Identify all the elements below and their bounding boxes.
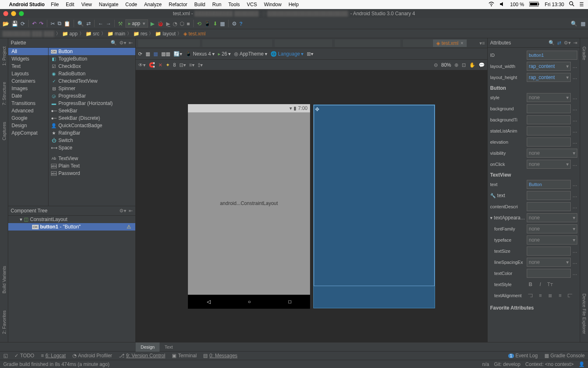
more-icon[interactable]: … [572, 193, 577, 198]
align-right-button[interactable]: ≡ [556, 293, 564, 298]
allcaps-button[interactable]: Tᴛ [546, 282, 554, 287]
tool-vcs[interactable]: ⎇ 9: Version Control [119, 353, 165, 359]
bold-button[interactable]: B [527, 282, 534, 287]
phone-content[interactable]: android...ConstraintLayout [188, 112, 310, 295]
menu-vcs[interactable]: VCS [247, 2, 257, 7]
device-select[interactable]: 📱Nexus 4▾ [185, 51, 215, 57]
account-icon[interactable]: ▦ [581, 21, 586, 27]
crumb-res[interactable]: 📁res [133, 31, 148, 37]
guidelines-icon[interactable]: ‡▾ [198, 62, 203, 68]
input-textsize[interactable] [527, 247, 571, 256]
run-config-dropdown[interactable]: ▸app▾ [125, 19, 148, 28]
align-end-button[interactable]: ⫍ [566, 293, 574, 298]
cat-containers[interactable]: Containers [8, 77, 48, 85]
crumb-layout[interactable]: 📁layout [155, 31, 176, 37]
replace-icon[interactable]: ⇄ [86, 21, 91, 27]
cut-icon[interactable]: ✂ [51, 21, 55, 27]
eye-icon[interactable]: 👁▾ [138, 62, 146, 68]
editor-tab-hidden[interactable] [335, 40, 400, 47]
menu-build[interactable]: Build [194, 2, 206, 7]
debug-icon[interactable]: 🐞 [157, 21, 164, 27]
tree-root[interactable]: ▾ ◫ ConstraintLayout [8, 216, 135, 223]
spotlight-icon[interactable] [569, 1, 574, 8]
warnings-icon[interactable]: 💬 [479, 62, 485, 68]
redo-icon[interactable]: ↷ [39, 21, 44, 27]
menu-run[interactable]: Run [212, 2, 221, 7]
menu-refactor[interactable]: Refactor [169, 2, 187, 7]
project-structure-icon[interactable]: ⚙ [232, 21, 237, 27]
menu-file[interactable]: File [51, 2, 59, 7]
cat-transitions[interactable]: Transitions [8, 100, 48, 107]
attach-debugger-icon[interactable]: ⬡ [180, 21, 184, 27]
more-icon[interactable]: … [572, 75, 577, 80]
paste-icon[interactable]: 📋 [64, 21, 70, 27]
stop-icon[interactable]: ■ [187, 21, 190, 27]
widget-progressbar-h[interactable]: ▬ProgressBar (Horizontal) [49, 100, 135, 107]
refresh-icon[interactable]: ⟳ [21, 21, 25, 27]
tool-messages[interactable]: ▤ 0: Messages [203, 353, 237, 359]
menu-icon[interactable]: ☰ [579, 2, 584, 7]
attr-hide-icon[interactable]: ⇥ [573, 40, 577, 46]
toolwin-button-icon[interactable]: ◱ [3, 353, 8, 359]
menu-help[interactable]: Help [289, 2, 299, 7]
editor-tab-active[interactable]: ◈ test.xml × [433, 40, 467, 47]
widget-seekbar-discrete[interactable]: ●╌SeekBar (Discrete) [49, 114, 135, 122]
input-background[interactable] [527, 104, 571, 113]
cat-layouts[interactable]: Layouts [8, 70, 48, 77]
tab-text[interactable]: Text [160, 342, 178, 352]
cat-all[interactable]: All [8, 48, 48, 55]
undo-icon[interactable]: ↶ [32, 21, 37, 27]
blueprint-mode-icon[interactable]: ▦ [153, 51, 158, 57]
select-linespacing[interactable]: none▾ [527, 258, 571, 267]
hammer-icon[interactable]: ⚒ [118, 21, 123, 27]
widget-password[interactable]: abcPassword [49, 170, 135, 177]
cat-images[interactable]: Images [8, 85, 48, 92]
coverage-icon[interactable]: ▶̲ [166, 21, 170, 27]
input-statelist[interactable] [527, 126, 571, 135]
align-center-button[interactable]: ≣ [546, 293, 554, 298]
tab-list-icon[interactable]: ▾≡ [479, 40, 485, 46]
phone-blueprint-preview[interactable]: ✥ [313, 105, 435, 308]
menu-analyze[interactable]: Analyze [144, 2, 162, 7]
sync-icon[interactable]: ⟲ [197, 21, 201, 27]
more-icon[interactable]: … [572, 117, 577, 123]
tool-gradle-console[interactable]: ▦ Gradle Console [544, 353, 585, 359]
clock[interactable]: Fri 13:30 [545, 2, 564, 7]
run-icon[interactable]: ▶ [150, 21, 155, 27]
widget-checkbox[interactable]: ☑CheckBox [49, 63, 135, 70]
tool-todo[interactable]: ✓ TODO [14, 353, 34, 359]
magnet-icon[interactable]: 🧲 [149, 62, 155, 68]
widget-space[interactable]: ⟷Space [49, 144, 135, 151]
minimize-window-button[interactable] [11, 11, 16, 16]
clear-constraints-icon[interactable]: ✕ [158, 62, 162, 68]
design-canvas[interactable]: ▾ ▮ 7:00 android...ConstraintLayout ◁ ○ … [136, 70, 487, 342]
avd-icon[interactable]: 📱 [204, 21, 211, 27]
more-icon[interactable]: … [572, 128, 577, 134]
cat-widgets[interactable]: Widgets [8, 55, 48, 63]
tool-event-log[interactable]: 1 Event Log [508, 353, 538, 359]
select-layout-height[interactable]: rap_content▾ [527, 73, 571, 82]
tool-logcat[interactable]: ≡ 6: Logcat [41, 353, 65, 359]
pan-icon[interactable]: ✋ [469, 62, 475, 68]
tool-favorites[interactable]: 2: Favorites [2, 310, 7, 334]
italic-button[interactable]: I [537, 282, 544, 287]
tool-profiler[interactable]: ◔ Android Profiler [72, 353, 112, 359]
menu-edit[interactable]: Edit [66, 2, 74, 7]
find-icon[interactable]: 🔍 [77, 21, 84, 27]
warning-icon[interactable]: ⚠ [127, 224, 131, 230]
crumb-app[interactable]: 📁app [62, 31, 78, 37]
search-everywhere-icon[interactable]: 🔍 [571, 21, 577, 27]
menu-view[interactable]: View [81, 2, 92, 7]
more-icon[interactable]: … [572, 139, 577, 145]
widget-radiobutton[interactable]: ◉RadioButton [49, 70, 135, 77]
theme-select[interactable]: ◎AppTheme▾ [234, 51, 267, 57]
widget-checkedtextview[interactable]: ✓CheckedTextView [49, 77, 135, 85]
tab-design[interactable]: Design [136, 342, 160, 352]
more-icon[interactable]: … [572, 248, 577, 254]
zoom-out-icon[interactable]: ⊖ [434, 62, 438, 68]
menu-code[interactable]: Code [125, 2, 137, 7]
widget-button[interactable]: OKButton [49, 48, 135, 55]
select-layout-width[interactable]: rap_content▾ [527, 62, 571, 71]
status-context[interactable]: Context: <no context> [525, 361, 574, 367]
input-text[interactable] [527, 180, 571, 189]
